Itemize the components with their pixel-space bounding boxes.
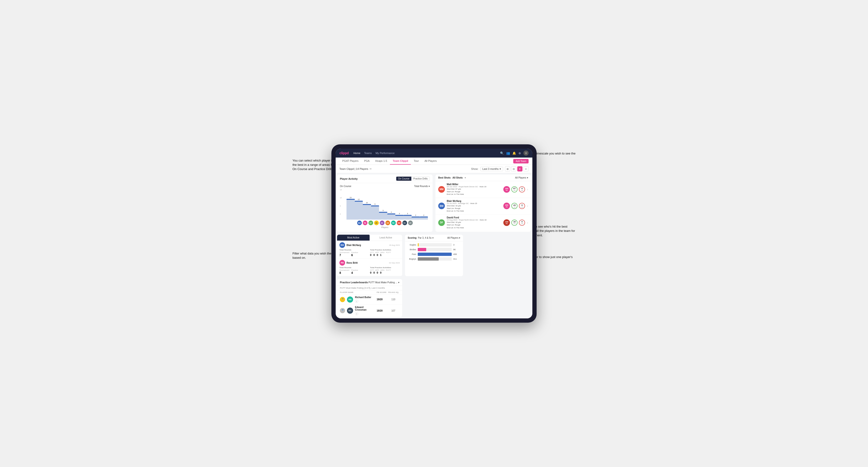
putt-val-2: 0 <box>380 271 381 274</box>
main-content: Player Activity On Course Practice Drill… <box>336 173 532 233</box>
list-view-icon[interactable]: ≡ <box>523 166 529 172</box>
tab-tour[interactable]: Tour <box>411 158 422 165</box>
score-row-bogeys: Bogeys 311 <box>408 257 460 261</box>
add-team-button[interactable]: Add Team <box>513 159 529 163</box>
active-stats-grid-2: Total Rounds Tournament 8 Practice 4 <box>339 267 400 275</box>
lb-row-1[interactable]: 🥇 RB Richard Butler 1 19/20 110 <box>337 294 402 305</box>
lb-row-2[interactable]: 🥈 EC Edward Crossman 2 18/20 107 <box>337 305 402 317</box>
eagles-bar-wrap <box>418 243 452 247</box>
nav-icons: 🔍 👥 🔔 ⊕ U <box>500 151 529 156</box>
arg-val-2: 0 <box>377 271 378 274</box>
shot-badge-matt-miller: 200SG <box>503 186 510 193</box>
heart-view-icon[interactable]: ♥ <box>517 166 522 172</box>
gtt-val-2: 0 <box>370 271 371 274</box>
player-name-david-ford: David Ford <box>447 216 501 219</box>
chevron-right-icon-3: › <box>527 221 528 224</box>
rounds-label-2: Total Rounds <box>339 267 369 269</box>
shots-dropdown-icon[interactable]: ▾ <box>465 177 466 179</box>
tablet-screen: clippd Home Teams My Performance 🔍 👥 🔔 ⊕… <box>336 149 532 318</box>
active-rounds-group-2: Total Rounds Tournament 8 Practice 4 <box>339 267 369 275</box>
nav-home[interactable]: Home <box>353 152 360 154</box>
x-axis-label: Players <box>340 226 430 230</box>
bell-icon[interactable]: 🔔 <box>512 151 516 155</box>
shot-stats-blair-mcharg: Shot Dist: 43 ydsStart Lie: RoughEnd Lie… <box>447 205 501 213</box>
shot-stats-matt-miller: Shot Dist: 67 ydsStart Lie: RoughEnd Lie… <box>447 188 501 196</box>
activity-chart-area: On Course Total Rounds ▾ 15 10 5 <box>337 183 433 232</box>
shot-card-david-ford[interactable]: DF David Ford 24 Aug 2023 · Royal North … <box>435 214 531 231</box>
users-icon[interactable]: 👥 <box>506 151 510 155</box>
active-practice-group-2: Total Practice Activities GTT APP ARG PU… <box>370 267 400 275</box>
avatar-e-crossman: EC <box>402 220 407 225</box>
leaderboard-panel: Practice Leaderboards PUTT Must Make Put… <box>337 279 402 317</box>
bogeys-label: Bogeys <box>408 258 416 260</box>
on-course-toggle[interactable]: On Course <box>396 177 411 181</box>
active-player-card-1: BM Blair McHarg 26 Aug 2023 Total Rounds… <box>337 241 402 258</box>
all-players-dropdown[interactable]: All Players ▾ <box>515 177 528 179</box>
activity-title: Player Activity <box>340 177 358 180</box>
chevron-right-icon: › <box>527 187 528 191</box>
y-label-10: 10 <box>340 197 346 198</box>
edit-icon[interactable]: ✏ <box>370 167 372 170</box>
plus-circle-icon[interactable]: ⊕ <box>519 151 521 155</box>
tab-most-active[interactable]: Most Active <box>337 235 370 241</box>
lb-drill-dropdown[interactable]: PUTT Must Make Putting ... ▾ <box>368 281 399 284</box>
tab-pga[interactable]: PGA <box>361 158 372 165</box>
shot-card-matt-miller[interactable]: MM Matt Miller 09 Jun 2023 · Royal North… <box>435 181 531 198</box>
active-player-name-2: Rees Britt <box>346 261 388 264</box>
logo: clippd <box>339 151 349 155</box>
grid-alt-view-icon[interactable]: ⊟ <box>511 166 516 172</box>
player-meta-blair-mcharg: 23 Jul 2023 · Ashridge GC · Hole 15 <box>447 203 501 205</box>
par-filter-dropdown[interactable]: Par 3, 4 & 5s ▾ <box>418 237 434 239</box>
bar-m-miller: 3 <box>404 189 412 220</box>
shot-card-blair-mcharg[interactable]: BM Blair McHarg 23 Jul 2023 · Ashridge G… <box>435 198 531 215</box>
nav-teams[interactable]: Teams <box>364 152 372 154</box>
player-meta-david-ford: 24 Aug 2023 · Royal North Devon GC · Hol… <box>447 219 501 221</box>
practice-drills-toggle[interactable]: Practice Drills <box>411 177 430 181</box>
avatar-edward-crossman: EC <box>347 308 353 314</box>
eagles-bar <box>418 243 418 247</box>
tab-team-clippd[interactable]: Team Clippd <box>390 158 411 165</box>
all-shots-tab[interactable]: All Shots <box>453 177 463 179</box>
birdies-bar-wrap <box>418 248 452 251</box>
tab-all-players[interactable]: All Players <box>422 158 440 165</box>
birdies-value: 96 <box>453 248 460 251</box>
team-title: Team Clippd | 14 Players ✏ <box>339 167 372 170</box>
shot-badge-david-ford: 198SG <box>503 219 510 226</box>
app-val-1: 0 <box>373 253 375 256</box>
activity-panel-header: Player Activity On Course Practice Drill… <box>337 175 433 183</box>
lb-score-2: 18/20 <box>374 309 385 312</box>
chevron-right-icon-2: › <box>527 204 528 208</box>
scoring-player-filter[interactable]: All Players ▾ <box>447 237 460 239</box>
grid-view-icon[interactable]: ⊞ <box>505 166 510 172</box>
activity-toggle-group: On Course Practice Drills <box>396 177 430 181</box>
birdies-label: Birdies <box>408 248 416 251</box>
lb-col-pb: PB SCORE <box>376 291 388 293</box>
nav-my-performance[interactable]: My Performance <box>375 152 395 154</box>
best-shots-title: Best Shots <box>438 177 451 179</box>
active-avatar-1: BM <box>339 242 345 248</box>
timescale-dropdown[interactable]: Last 3 months ▾ <box>480 167 503 171</box>
lb-title: Practice Leaderboards <box>340 281 368 284</box>
tournament-val-1: 7 <box>339 253 349 257</box>
bar-l-robertson: 2 <box>420 189 428 220</box>
tab-pgat-players[interactable]: PGAT Players <box>339 158 361 165</box>
search-icon[interactable]: 🔍 <box>500 151 504 155</box>
tab-least-active[interactable]: Least Active <box>370 235 402 241</box>
user-avatar[interactable]: U <box>523 151 529 156</box>
active-player-card-2: RB Rees Britt 02 Sep 2023 Total Rounds T… <box>337 258 402 276</box>
pars-bar <box>418 253 452 256</box>
bogeys-bar-wrap <box>418 257 452 261</box>
chevron-down-icon: ▾ <box>429 185 430 187</box>
bogeys-value: 311 <box>453 258 460 260</box>
practice-activities-label: Total Practice Activities <box>370 249 400 251</box>
birdies-bar <box>418 248 426 251</box>
sub-navigation: PGAT Players PGA Hcaps 1-5 Team Clippd T… <box>336 158 532 165</box>
sub-nav-tabs: PGAT Players PGA Hcaps 1-5 Team Clippd T… <box>339 158 440 165</box>
tab-hcaps[interactable]: Hcaps 1-5 <box>372 158 390 165</box>
arg-val-1: 0 <box>377 253 378 256</box>
app-val-2: 0 <box>373 271 375 274</box>
score-row-birdies: Birdies 96 <box>408 248 460 251</box>
avatar-r-butler: RB <box>391 220 396 225</box>
scoring-title: Scoring <box>408 237 416 239</box>
chart-metric-dropdown[interactable]: Total Rounds ▾ <box>414 185 430 187</box>
